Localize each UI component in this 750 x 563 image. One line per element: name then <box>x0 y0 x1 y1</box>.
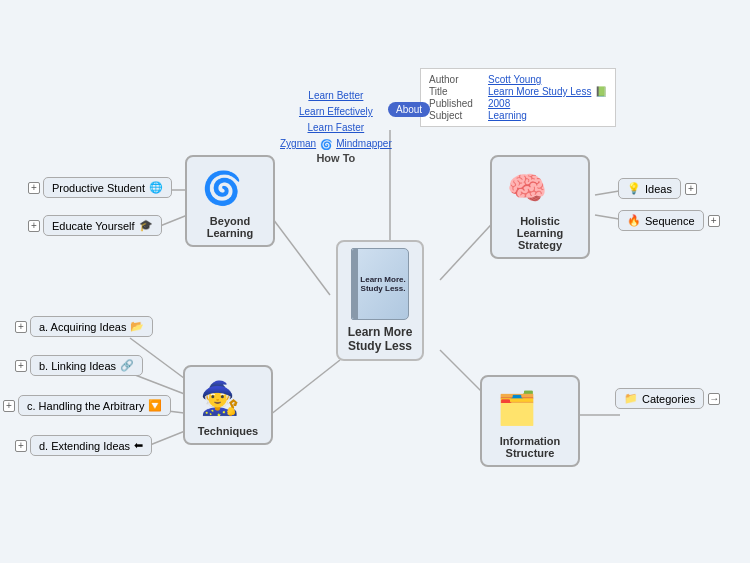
extending-ideas-node[interactable]: d. Extending Ideas ⬅ <box>30 435 152 456</box>
sequence-expand[interactable]: + <box>708 215 720 227</box>
beyond-icon: 🌀 <box>197 163 247 213</box>
grad-icon: 🎓 <box>139 219 153 232</box>
categories-item[interactable]: 📁 Categories → <box>615 388 720 409</box>
about-button[interactable]: About <box>388 102 430 117</box>
linking-ideas-node[interactable]: b. Linking Ideas 🔗 <box>30 355 143 376</box>
book-icon: 📗 <box>595 86 607 97</box>
center-book: Learn More. Study Less. Learn MoreStudy … <box>336 240 425 361</box>
author-label: Author <box>429 74 484 85</box>
zygman-link[interactable]: Zygman <box>280 136 316 152</box>
ideas-node[interactable]: 💡 Ideas <box>618 178 681 199</box>
handling-label: c. Handling the Arbitrary <box>27 400 144 412</box>
linking-label: b. Linking Ideas <box>39 360 116 372</box>
categories-node[interactable]: 📁 Categories <box>615 388 704 409</box>
learn-better-link[interactable]: Learn Better <box>308 88 363 104</box>
bulb-icon: 💡 <box>627 182 641 195</box>
categories-icon: 📁 <box>624 392 638 405</box>
subject-row: Subject Learning <box>429 110 607 121</box>
globe-icon: 🌐 <box>149 181 163 194</box>
beyond-label: BeyondLearning <box>197 215 263 239</box>
author-row: Author Scott Young <box>429 74 607 85</box>
ideas-item[interactable]: 💡 Ideas + <box>618 178 697 199</box>
chain-icon: 🔗 <box>120 359 134 372</box>
productive-expand[interactable]: + <box>28 182 40 194</box>
sequence-item[interactable]: 🔥 Sequence + <box>618 210 720 231</box>
holistic-label: HolisticLearningStrategy <box>502 215 578 251</box>
howto-links: Learn Better Learn Effectively Learn Fas… <box>280 88 392 136</box>
categories-label: Categories <box>642 393 695 405</box>
acquiring-expand[interactable]: + <box>15 321 27 333</box>
subject-value[interactable]: Learning <box>488 110 527 121</box>
arrow-icon: ⬅ <box>134 439 143 452</box>
svg-line-0 <box>270 215 330 295</box>
educate-label: Educate Yourself <box>52 220 135 232</box>
title-row: Title Learn More Study Less 📗 <box>429 86 607 97</box>
info-box: Author Scott Young Title Learn More Stud… <box>420 68 616 127</box>
handling-arbitrary-node[interactable]: c. Handling the Arbitrary 🔽 <box>18 395 171 416</box>
structure-icon: 🗂️ <box>492 383 542 433</box>
title-label: Title <box>429 86 484 97</box>
published-label: Published <box>429 98 484 109</box>
learn-faster-link[interactable]: Learn Faster <box>308 120 365 136</box>
linking-ideas-item[interactable]: + b. Linking Ideas 🔗 <box>15 355 143 376</box>
info-structure-label: InformationStructure <box>492 435 568 459</box>
brain-icon: 🧠 <box>502 163 552 213</box>
fire-icon: 🔥 <box>627 214 641 227</box>
techniques-label: Techniques <box>195 425 261 437</box>
learn-effectively-link[interactable]: Learn Effectively <box>299 104 373 120</box>
published-row: Published 2008 <box>429 98 607 109</box>
zygman-row: Zygman 🌀 Mindmapper <box>280 136 392 152</box>
ideas-expand[interactable]: + <box>685 183 697 195</box>
productive-label: Productive Student <box>52 182 145 194</box>
center-title: Learn MoreStudy Less <box>348 325 413 353</box>
funnel-icon: 🔽 <box>148 399 162 412</box>
mindmap-icon: 🌀 <box>320 139 332 150</box>
educate-yourself-node[interactable]: Educate Yourself 🎓 <box>43 215 162 236</box>
mindmapper-link[interactable]: Mindmapper <box>336 136 392 152</box>
book-title: Learn More. Study Less. <box>352 275 408 293</box>
title-value[interactable]: Learn More Study Less <box>488 86 591 97</box>
acquiring-ideas-node[interactable]: a. Acquiring Ideas 📂 <box>30 316 153 337</box>
sequence-node[interactable]: 🔥 Sequence <box>618 210 704 231</box>
beyond-learning-node[interactable]: 🌀 BeyondLearning <box>185 155 275 247</box>
handling-arbitrary-item[interactable]: + c. Handling the Arbitrary 🔽 <box>3 395 171 416</box>
handling-expand[interactable]: + <box>3 400 15 412</box>
author-value[interactable]: Scott Young <box>488 74 541 85</box>
howto-node: Learn Better Learn Effectively Learn Fas… <box>280 88 392 164</box>
categories-expand[interactable]: → <box>708 393 720 405</box>
wizard-icon: 🧙 <box>195 373 245 423</box>
folder-icon: 📂 <box>130 320 144 333</box>
published-value[interactable]: 2008 <box>488 98 510 109</box>
techniques-node[interactable]: 🧙 Techniques <box>183 365 273 445</box>
extending-ideas-item[interactable]: + d. Extending Ideas ⬅ <box>15 435 152 456</box>
productive-student-item[interactable]: + Productive Student 🌐 <box>28 177 172 198</box>
howto-label: How To <box>280 152 392 164</box>
center-node[interactable]: Learn More. Study Less. Learn MoreStudy … <box>325 240 435 361</box>
extending-label: d. Extending Ideas <box>39 440 130 452</box>
educate-expand[interactable]: + <box>28 220 40 232</box>
ideas-label: Ideas <box>645 183 672 195</box>
holistic-learning-node[interactable]: 🧠 HolisticLearningStrategy <box>490 155 590 259</box>
acquiring-ideas-item[interactable]: + a. Acquiring Ideas 📂 <box>15 316 153 337</box>
productive-student-node[interactable]: Productive Student 🌐 <box>43 177 172 198</box>
acquiring-label: a. Acquiring Ideas <box>39 321 126 333</box>
book-cover: Learn More. Study Less. <box>351 248 409 320</box>
information-structure-node[interactable]: 🗂️ InformationStructure <box>480 375 580 467</box>
linking-expand[interactable]: + <box>15 360 27 372</box>
extending-expand[interactable]: + <box>15 440 27 452</box>
subject-label: Subject <box>429 110 484 121</box>
sequence-label: Sequence <box>645 215 695 227</box>
educate-yourself-item[interactable]: + Educate Yourself 🎓 <box>28 215 162 236</box>
svg-line-2 <box>270 360 340 415</box>
